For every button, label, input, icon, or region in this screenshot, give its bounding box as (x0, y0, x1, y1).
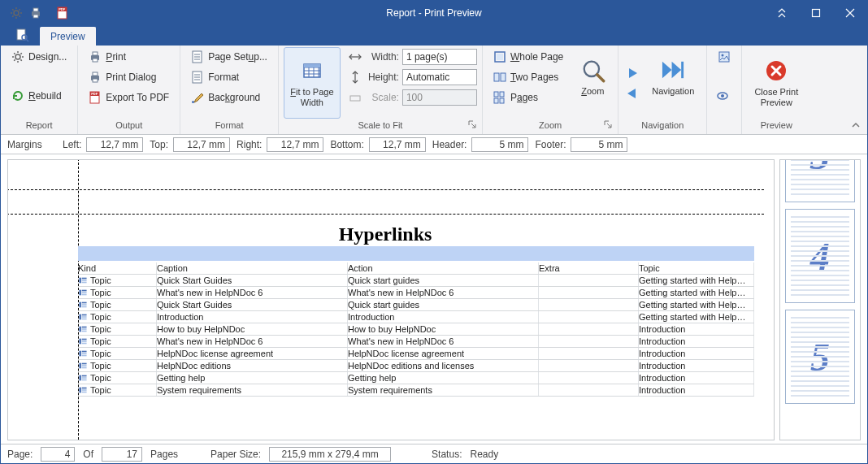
restore-window-icon[interactable] (765, 1, 799, 24)
cell-action: What's new in HelpNDoc 6 (348, 336, 539, 347)
fit-to-page-width-button[interactable]: Fit to Page Width (284, 47, 341, 119)
export-pdf-button[interactable]: Export To PDF (83, 88, 175, 107)
cell-kind: Topic (78, 336, 157, 347)
cell-kind: Topic (78, 348, 157, 359)
cell-caption: How to buy HelpNDoc (157, 323, 348, 335)
cell-action: How to buy HelpNDoc (348, 323, 539, 335)
status-paper-label: Paper Size: (210, 449, 261, 460)
thumbnail-page-4[interactable]: 4 (785, 209, 855, 303)
cell-kind: Topic (78, 299, 157, 310)
ribbon-collapse-icon[interactable] (851, 120, 861, 132)
status-page-input[interactable]: 4 (41, 447, 75, 462)
group-zoom: Whole Page Two Pages Pages Zoom Zoom (483, 46, 618, 134)
print-dialog-label: Print Dialog (106, 72, 156, 83)
cell-caption: What's new in HelpNDoc 6 (157, 336, 348, 347)
design-button[interactable]: Design... (6, 47, 72, 67)
margin-top-input[interactable]: 12,7 mm (173, 137, 230, 152)
cell-topic: Getting started with HelpNDoc (639, 299, 754, 310)
qat-pdf-dropdown[interactable] (54, 7, 71, 20)
cell-kind: Topic (78, 372, 157, 384)
cell-extra (539, 287, 639, 298)
cell-extra (539, 299, 639, 310)
nav-next-icon[interactable] (623, 63, 641, 83)
table-row: TopicSystem requirementsSystem requireme… (78, 384, 754, 397)
two-pages-button[interactable]: Two Pages (488, 67, 569, 87)
cell-kind: Topic (78, 360, 157, 371)
cell-topic: Introduction (639, 384, 754, 396)
cell-extra (539, 311, 639, 323)
margin-bottom-label: Bottom: (330, 139, 363, 150)
col-caption: Caption (157, 262, 348, 274)
cell-action: System requirements (348, 384, 539, 396)
zoom-launcher-icon[interactable] (603, 120, 613, 130)
cell-kind: Topic (78, 323, 157, 335)
status-status-label: Status: (432, 449, 462, 460)
workspace: Hyperlinks Kind Caption Action Extra Top… (1, 154, 867, 444)
width-select[interactable]: 1 page(s) (402, 49, 477, 65)
margin-right-label: Right: (237, 139, 262, 150)
cell-caption: Quick Start Guides (157, 275, 348, 286)
thumbnail-panel[interactable]: 3 4 5 (779, 159, 861, 440)
ribbon: Design... Rebuild Report Print (1, 46, 867, 135)
qat-separator (46, 4, 53, 22)
format-label: Format (208, 72, 239, 83)
pages-dropdown[interactable]: Pages (488, 88, 569, 107)
margin-right-input[interactable]: 12,7 mm (267, 137, 323, 152)
print-button[interactable]: Print (83, 47, 175, 67)
margin-header-input[interactable]: 5 mm (471, 137, 528, 152)
status-of-label: Of (83, 449, 93, 460)
file-menu-button[interactable] (11, 26, 35, 46)
maximize-window-icon[interactable] (799, 1, 833, 24)
format-dropdown[interactable]: Format (185, 67, 273, 87)
group-report: Design... Rebuild Report (1, 46, 78, 134)
close-preview-button[interactable]: Close Print Preview (747, 47, 805, 119)
navigation-dropdown[interactable]: Navigation (644, 47, 701, 119)
margin-left-input[interactable]: 12,7 mm (86, 137, 143, 152)
table-row: TopicHelpNDoc license agreementHelpNDoc … (78, 348, 754, 360)
thumbnails-toggle-icon[interactable] (712, 47, 736, 67)
page-setup-button[interactable]: Page Setup... (185, 47, 273, 67)
document-band (78, 246, 754, 261)
cell-extra (539, 323, 639, 335)
view-toggle-icon[interactable] (712, 86, 736, 106)
margins-label: Margins (7, 139, 56, 150)
cell-caption: Quick Start Guides (157, 299, 348, 310)
table-row: TopicWhat's new in HelpNDoc 6What's new … (78, 287, 754, 299)
width-icon (349, 50, 362, 63)
scale-to-fit-launcher-icon[interactable] (467, 120, 477, 130)
thumbnail-page-3[interactable]: 3 (785, 159, 855, 202)
close-window-icon[interactable] (833, 1, 867, 24)
qat-options-icon[interactable] (7, 4, 25, 22)
status-pages-label: Pages (150, 449, 178, 460)
cell-extra (539, 384, 639, 396)
cell-caption: System requirements (157, 384, 348, 396)
print-label: rint (112, 51, 126, 63)
background-dropdown[interactable]: Background (185, 88, 273, 107)
zoom-button[interactable]: Zoom (572, 47, 613, 119)
margin-footer-input[interactable]: 5 mm (571, 137, 627, 152)
window-title: Report - Print Preview (386, 7, 481, 19)
col-topic: Topic (639, 262, 754, 274)
margin-bottom-input[interactable]: 12,7 mm (369, 137, 426, 152)
thumbnail-page-5[interactable]: 5 (785, 310, 855, 404)
nav-prev-icon[interactable] (623, 84, 641, 103)
cell-action: Introduction (348, 311, 539, 323)
qat-print-icon[interactable] (27, 4, 45, 22)
rebuild-button[interactable]: Rebuild (6, 86, 72, 106)
cell-extra (539, 360, 639, 371)
status-page-label: Page: (7, 449, 33, 460)
page-preview[interactable]: Hyperlinks Kind Caption Action Extra Top… (7, 159, 775, 440)
height-select[interactable]: Automatic (402, 69, 477, 85)
group-view-toggles (707, 46, 742, 134)
table-row: TopicHow to buy HelpNDocHow to buy HelpN… (78, 323, 754, 336)
cell-caption: Introduction (157, 311, 348, 323)
cell-kind: Topic (78, 287, 157, 298)
tab-preview[interactable]: Preview (40, 27, 96, 46)
col-kind: Kind (78, 262, 157, 274)
cell-topic: Introduction (639, 323, 754, 335)
print-dialog-button[interactable]: Print Dialog (83, 67, 175, 87)
margin-top-label: Top: (150, 139, 168, 150)
whole-page-button[interactable]: Whole Page (488, 47, 569, 67)
scale-icon (349, 91, 362, 104)
table-row: TopicHelpNDoc editionsHelpNDoc editions … (78, 360, 754, 372)
